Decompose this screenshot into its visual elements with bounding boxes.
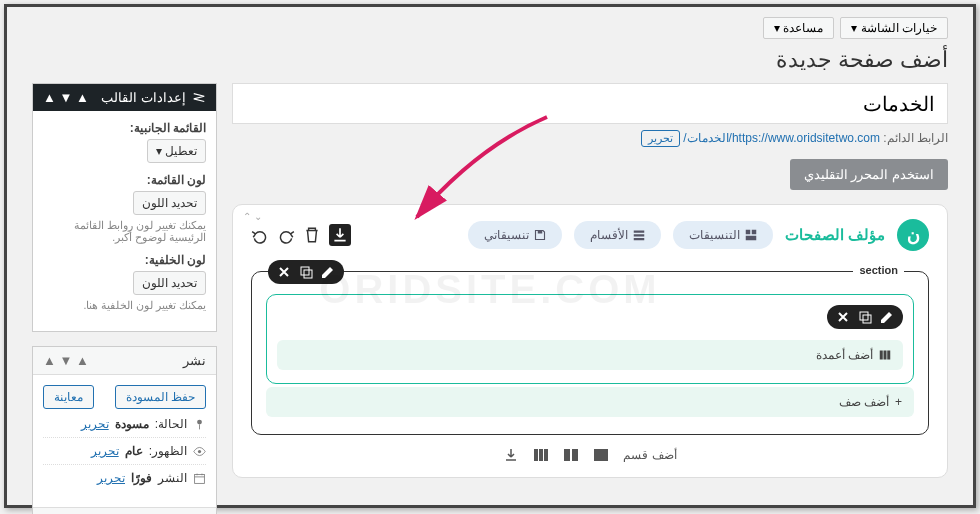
schedule-label: النشر — [158, 471, 187, 485]
status-value: مسودة — [115, 417, 149, 431]
title-input[interactable] — [232, 83, 948, 124]
add-row-button[interactable]: + أضف صف — [266, 387, 914, 417]
layout-download-icon[interactable] — [503, 447, 519, 463]
schedule-row: النشر فورًا تحرير — [43, 471, 206, 491]
trash-icon[interactable] — [303, 226, 321, 244]
svg-rect-2 — [746, 236, 757, 241]
layout-3col-icon[interactable] — [533, 447, 549, 463]
screen-options-button[interactable]: خيارات الشاشة ▾ — [840, 17, 948, 39]
tab-layouts-label: التنسيقات — [689, 228, 740, 242]
columns-icon — [879, 349, 891, 361]
publish-box: نشر ▲ ▼ ▲ حفظ المسودة معاينة الحالة: مسو… — [32, 346, 217, 514]
tab-sections[interactable]: الأقسام — [574, 221, 661, 249]
status-row: الحالة: مسودة تحرير — [43, 417, 206, 438]
svg-rect-16 — [572, 449, 578, 461]
redo-icon[interactable] — [277, 226, 295, 244]
menu-color-label: لون القائمة: — [43, 173, 206, 187]
publish-title: نشر — [183, 353, 206, 368]
permalink-base[interactable]: https://www.oridsitetwo.com — [732, 131, 880, 145]
publish-header[interactable]: نشر ▲ ▼ ▲ — [33, 347, 216, 375]
copy-icon[interactable] — [857, 309, 873, 325]
svg-rect-13 — [887, 351, 890, 360]
edit-icon[interactable] — [879, 309, 895, 325]
page-builder-panel: ⌄ ⌃ ن مؤلف الصفحات التنسيقات الأقسام تنس… — [232, 204, 948, 478]
add-section-label: أضف قسم — [623, 448, 676, 462]
theme-icon — [192, 91, 206, 105]
svg-rect-1 — [752, 230, 757, 235]
visibility-value: عام — [125, 444, 143, 458]
svg-rect-10 — [863, 315, 871, 323]
section-container: section أضف أع — [251, 271, 929, 435]
toggle-icons[interactable]: ▲ ▼ ▲ — [43, 90, 89, 105]
theme-settings-header[interactable]: إعدادات القالب ▲ ▼ ▲ — [33, 84, 216, 111]
svg-rect-0 — [746, 230, 751, 235]
sections-icon — [633, 229, 645, 241]
save-draft-button[interactable]: حفظ المسودة — [115, 385, 206, 409]
layouts-icon — [745, 229, 757, 241]
row-container: أضف أعمدة — [266, 294, 914, 384]
svg-rect-17 — [534, 449, 538, 461]
builder-name: مؤلف الصفحات — [785, 226, 885, 244]
close-icon[interactable] — [276, 264, 292, 280]
schedule-value: فورًا — [131, 471, 152, 485]
edit-icon[interactable] — [320, 264, 336, 280]
svg-rect-14 — [594, 449, 608, 461]
permalink-row: الرابط الدائم: https://www.oridsitetwo.c… — [232, 130, 948, 147]
preview-button[interactable]: معاينة — [43, 385, 94, 409]
layout-1col-icon[interactable] — [593, 447, 609, 463]
undo-icon[interactable] — [251, 226, 269, 244]
row-toolbar — [827, 305, 903, 329]
permalink-edit-button[interactable]: تحرير — [641, 130, 680, 147]
bg-color-button[interactable]: تحديد اللون — [133, 271, 206, 295]
classic-editor-button[interactable]: استخدم المحرر التقليدي — [790, 159, 948, 190]
svg-rect-5 — [634, 238, 645, 240]
add-columns-button[interactable]: أضف أعمدة — [277, 340, 903, 370]
download-icon[interactable] — [329, 224, 351, 246]
svg-rect-3 — [634, 231, 645, 233]
pin-icon — [193, 418, 206, 431]
visibility-row: الظهور: عام تحرير — [43, 444, 206, 465]
section-toolbar — [268, 260, 344, 284]
svg-rect-11 — [880, 351, 883, 360]
tab-sections-label: الأقسام — [590, 228, 628, 242]
svg-rect-6 — [538, 231, 543, 234]
theme-settings-title: إعدادات القالب — [101, 90, 186, 105]
visibility-edit-link[interactable]: تحرير — [91, 444, 119, 458]
plus-icon: + — [895, 395, 902, 409]
add-section-row: أضف قسم — [251, 447, 929, 463]
section-label: section — [853, 264, 904, 276]
svg-point-21 — [198, 449, 201, 452]
svg-rect-22 — [195, 474, 205, 483]
tab-my-layouts-label: تنسيقاتي — [484, 228, 529, 242]
svg-rect-15 — [564, 449, 570, 461]
svg-rect-12 — [884, 351, 887, 360]
tab-my-layouts[interactable]: تنسيقاتي — [468, 221, 562, 249]
svg-rect-18 — [539, 449, 543, 461]
status-label: الحالة: — [155, 417, 187, 431]
menu-color-button[interactable]: تحديد اللون — [133, 191, 206, 215]
svg-rect-19 — [544, 449, 548, 461]
side-menu-label: القائمة الجانبية: — [43, 121, 206, 135]
permalink-slug[interactable]: /الخدمات/ — [683, 131, 732, 145]
help-button[interactable]: مساعدة ▾ — [763, 17, 834, 39]
calendar-icon — [193, 472, 206, 485]
svg-rect-8 — [304, 270, 312, 278]
permalink-label: الرابط الدائم: — [883, 131, 948, 145]
tab-layouts[interactable]: التنسيقات — [673, 221, 773, 249]
panel-carets[interactable]: ⌄ ⌃ — [243, 211, 262, 222]
side-menu-select[interactable]: تعطيل ▾ — [147, 139, 206, 163]
layout-2col-icon[interactable] — [563, 447, 579, 463]
bg-color-label: لون الخلفية: — [43, 253, 206, 267]
status-edit-link[interactable]: تحرير — [81, 417, 109, 431]
eye-icon — [193, 445, 206, 458]
page-heading: أضف صفحة جديدة — [32, 47, 948, 73]
theme-settings-box: إعدادات القالب ▲ ▼ ▲ القائمة الجانبية: ت… — [32, 83, 217, 332]
save-icon — [534, 229, 546, 241]
close-icon[interactable] — [835, 309, 851, 325]
svg-rect-4 — [634, 234, 645, 236]
copy-icon[interactable] — [298, 264, 314, 280]
visibility-label: الظهور: — [149, 444, 187, 458]
toggle-icons[interactable]: ▲ ▼ ▲ — [43, 353, 89, 368]
schedule-edit-link[interactable]: تحرير — [97, 471, 125, 485]
svg-point-20 — [197, 419, 202, 424]
